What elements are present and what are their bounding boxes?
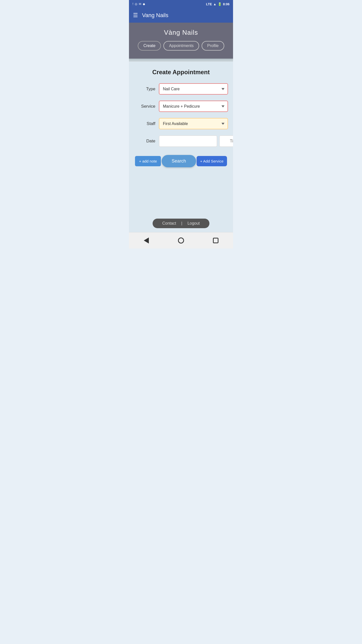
status-bar-left: ! ◎ ✉ ◆ [132,2,145,6]
status-bar-right: LTE ▲ 🔋 8:06 [206,2,230,6]
header-section: Vàng Nails Create Appointments Profile [129,23,233,59]
home-button[interactable] [176,235,186,246]
service-field-row: Service Manicure + Pedicure Manicure Ped… [134,101,228,112]
service-label: Service [134,104,155,109]
action-row: + add note Search + Add Service [134,155,228,167]
nav-title: Vang Nails [142,12,168,19]
footer-separator: | [181,221,182,225]
add-note-button[interactable]: + add note [135,156,161,166]
service-select[interactable]: Manicure + Pedicure Manicure Pedicure [159,101,228,112]
message-icon: ✉ [139,2,141,6]
salon-name-header: Vàng Nails [133,29,229,36]
app-icon: ◆ [143,2,145,6]
add-service-button[interactable]: + Add Service [197,156,227,166]
clock: 8:06 [223,2,230,6]
home-circle-icon [178,237,184,244]
footer-section: Contact | Logout [129,213,233,232]
form-title: Create Appointment [134,69,228,76]
notification-icon: ! [132,2,133,6]
date-field-row: Date [134,135,228,147]
sync-icon: ◎ [135,2,137,6]
type-field-row: Type Nail Care Hair Spa [134,83,228,95]
back-triangle-icon [144,237,149,244]
system-nav-bar [129,232,233,249]
time-input[interactable] [219,135,233,147]
logout-link[interactable]: Logout [188,221,200,225]
type-select[interactable]: Nail Care Hair Spa [159,83,228,95]
footer-links: Contact | Logout [153,219,209,228]
contact-link[interactable]: Contact [162,221,176,225]
divider [129,59,233,62]
lte-indicator: LTE [206,2,212,6]
appointments-button[interactable]: Appointments [163,41,199,51]
status-bar: ! ◎ ✉ ◆ LTE ▲ 🔋 8:06 [129,0,233,8]
recents-button[interactable] [211,235,221,246]
date-label: Date [134,139,155,144]
staff-select[interactable]: First Available Any Staff [159,118,228,129]
back-button[interactable] [141,235,151,246]
search-button[interactable]: Search [162,155,196,167]
header-buttons: Create Appointments Profile [133,41,229,51]
date-input[interactable] [159,135,217,147]
staff-label: Staff [134,121,155,126]
top-nav: ☰ Vang Nails [129,8,233,23]
type-label: Type [134,87,155,92]
recents-square-icon [213,238,218,243]
staff-field-row: Staff First Available Any Staff [134,118,228,129]
hamburger-menu-icon[interactable]: ☰ [133,12,138,19]
create-button[interactable]: Create [138,41,161,51]
main-content: Create Appointment Type Nail Care Hair S… [129,62,233,213]
battery-icon: 🔋 [218,2,222,6]
signal-bars: ▲ [213,2,216,6]
profile-button[interactable]: Profile [202,41,224,51]
